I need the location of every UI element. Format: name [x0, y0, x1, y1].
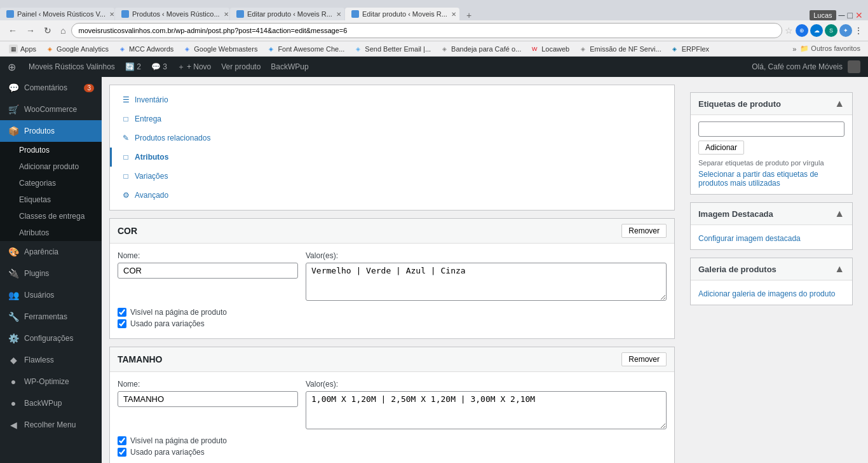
bookmark-emissao[interactable]: ◈ Emissão de NF Servi... [574, 43, 665, 55]
sidebar-submenu-adicionar[interactable]: Adicionar produto [0, 158, 102, 175]
bookmark-locaweb-label: Locaweb [541, 45, 569, 53]
attr-cor-visible-checkbox[interactable] [118, 308, 126, 317]
attr-tamanho-remove-btn[interactable]: Remover [621, 352, 667, 366]
sidebar-label-usuarios: Usuários [24, 291, 54, 300]
sidebar-item-backwpup[interactable]: ● BackWPup [0, 392, 102, 414]
sidebar-item-recolher[interactable]: ◀ Recolher Menu [0, 414, 102, 436]
etiquetas-input[interactable] [698, 121, 844, 137]
locaweb-favicon: W [530, 45, 539, 53]
attr-tamanho-variations-row: Usado para variações [118, 448, 667, 457]
bookmark-analytics[interactable]: ◈ Google Analytics [41, 43, 112, 55]
bookmark-adwords[interactable]: ◈ MCC Adwords [114, 43, 177, 55]
sidebar-submenu-etiquetas[interactable]: Etiquetas [0, 191, 102, 208]
browser-tab-2[interactable]: Produtos ‹ Moveis Rústico... ✕ [115, 8, 229, 20]
entrega-icon: □ [121, 114, 131, 124]
bookmark-fontawesome[interactable]: ◈ Font Awesome Che... [262, 43, 348, 55]
attr-cor-variations-checkbox[interactable] [118, 319, 126, 328]
attr-cor-name-input[interactable] [118, 263, 298, 279]
attr-tamanho-name-input[interactable] [118, 391, 298, 407]
subnav-entrega[interactable]: □ Entrega [110, 109, 674, 128]
sidebar-submenu-atributos[interactable]: Atributos [0, 225, 102, 241]
sidebar-item-flawless[interactable]: ◆ Flawless [0, 349, 102, 371]
comentarios-icon: 💬 [8, 82, 19, 93]
forward-btn[interactable]: → [23, 24, 38, 37]
adwords-favicon: ◈ [118, 45, 126, 53]
new-tab-btn[interactable]: + [460, 10, 478, 20]
adminbar-backwpup[interactable]: BackWPup [271, 62, 308, 71]
sidebar-item-produtos[interactable]: 📦 Produtos [0, 120, 102, 142]
tab-close-4[interactable]: ✕ [451, 11, 456, 18]
subnav-variacoes[interactable]: □ Variações [110, 167, 674, 186]
home-btn[interactable]: ⌂ [57, 24, 69, 37]
browser-tab-1[interactable]: Painel ‹ Moveis Rústicos V... ✕ [0, 8, 114, 20]
attr-tamanho-variations-checkbox[interactable] [118, 448, 126, 457]
tab-title-2: Produtos ‹ Moveis Rústico... [132, 10, 220, 18]
bookmark-apps[interactable]: ▦ Apps [5, 43, 40, 55]
attr-cor-row: Nome: Valor(es): Vermelho | Verde | Azul… [118, 251, 667, 303]
attr-tamanho-visible-checkbox[interactable] [118, 436, 126, 445]
attr-cor-name-col: Nome: [118, 251, 298, 303]
attr-cor-remove-btn[interactable]: Remover [621, 224, 667, 238]
adminbar-comments[interactable]: 💬 3 [151, 62, 167, 71]
sidebar-item-aparencia[interactable]: 🎨 Aparência [0, 241, 102, 263]
bookmarks-bar: ▦ Apps ◈ Google Analytics ◈ MCC Adwords … [0, 41, 868, 57]
sidebar-submenu-classes[interactable]: Classes de entrega [0, 208, 102, 225]
metabox-galeria: Galeria de produtos ▲ Adicionar galeria … [690, 258, 853, 305]
imagem-configurar-link[interactable]: Configurar imagem destacada [698, 234, 844, 243]
browser-tab-4[interactable]: Editar produto ‹ Moveis R... ✕ [345, 8, 459, 20]
sidebar-item-comentarios[interactable]: 💬 Comentários 3 [0, 77, 102, 99]
updates-icon: 🔄 [125, 62, 135, 71]
subnav-inventario-label: Inventário [135, 95, 168, 104]
tab-title-1: Painel ‹ Moveis Rústicos V... [17, 10, 105, 18]
subnav-inventario[interactable]: ☰ Inventário [110, 90, 674, 109]
bookmark-erpflex[interactable]: ◈ ERPFlex [667, 43, 713, 55]
etiquetas-select-link[interactable]: Selecionar a partir das etiquetas de pro… [698, 170, 844, 188]
maximize-btn[interactable]: □ [848, 10, 853, 20]
bookmarks-more[interactable]: » [792, 45, 796, 53]
minimize-btn[interactable]: ─ [839, 10, 845, 20]
main-left: ☰ Inventário □ Entrega ✎ Produtos relaci… [109, 85, 675, 463]
tab-close-2[interactable]: ✕ [224, 11, 229, 18]
sidebar-submenu-produtos-list[interactable]: Produtos [0, 142, 102, 158]
sidebar-item-ferramentas[interactable]: 🔧 Ferramentas [0, 306, 102, 328]
etiquetas-adicionar-btn[interactable]: Adicionar [698, 141, 744, 155]
tab-close-1[interactable]: ✕ [109, 11, 114, 18]
galeria-adicionar-link[interactable]: Adicionar galeria de imagens do produto [698, 289, 844, 298]
bookmark-star-icon[interactable]: ☆ [785, 25, 793, 36]
bookmark-webmasters[interactable]: ◈ Google Webmasters [179, 43, 261, 55]
sidebar-item-configuracoes[interactable]: ⚙️ Configurações [0, 328, 102, 349]
adminbar-view-product[interactable]: Ver produto [221, 62, 261, 71]
close-btn[interactable]: ✕ [855, 10, 863, 20]
subnav-relacionados[interactable]: ✎ Produtos relacionados [110, 128, 674, 148]
more-btn[interactable]: ⋮ [854, 25, 863, 36]
sidebar-label-flawless: Flawless [24, 356, 54, 364]
metabox-etiquetas-body: Adicionar Separar etiquetas de produto p… [691, 115, 852, 194]
address-bar[interactable] [71, 23, 782, 38]
adminbar-updates[interactable]: 🔄 2 [125, 62, 141, 71]
sidebar-item-usuarios[interactable]: 👥 Usuários [0, 284, 102, 306]
tab-close-3[interactable]: ✕ [336, 11, 341, 18]
sidebar-item-plugins[interactable]: 🔌 Plugins [0, 263, 102, 284]
attribute-tamanho-section: TAMANHO Remover Nome: Valor(es): [109, 347, 675, 463]
bookmark-locaweb[interactable]: W Locaweb [526, 43, 573, 55]
backwpup-icon: ● [8, 397, 19, 409]
sidebar-item-woocommerce[interactable]: 🛒 WooCommerce [0, 99, 102, 120]
attr-tamanho-values-textarea[interactable]: 1,00M X 1,20M | 2,50M X 1,20M | 3,00M X … [306, 391, 667, 429]
back-btn[interactable]: ← [5, 24, 20, 37]
bookmark-apps-label: Apps [20, 45, 36, 53]
reload-btn[interactable]: ↻ [41, 24, 55, 37]
subnav-avancado[interactable]: ⚙ Avançado [110, 186, 674, 205]
sidebar-item-wpoptimize[interactable]: ● WP-Optimize [0, 371, 102, 392]
configuracoes-icon: ⚙️ [8, 333, 19, 344]
subnav-atributos[interactable]: □ Atributos [110, 148, 674, 167]
tab-favicon-2 [121, 10, 129, 18]
sidebar-submenu-categorias[interactable]: Categorias [0, 175, 102, 191]
wp-logo[interactable]: ⊕ [8, 61, 16, 73]
bookmark-sendbetter[interactable]: ◈ Send Better Email |... [349, 43, 435, 55]
adminbar-new[interactable]: ＋ + Novo [177, 62, 211, 73]
browser-tab-3[interactable]: Editar produto ‹ Moveis R... ✕ [230, 8, 344, 20]
bookmark-bandeja[interactable]: ◈ Bandeja para Café o... [436, 43, 525, 55]
adminbar-site-name[interactable]: Moveis Rústicos Valinhos [29, 62, 115, 71]
attr-cor-values-textarea[interactable]: Vermelho | Verde | Azul | Cinza [306, 263, 667, 301]
other-favorites[interactable]: 📁 Outros favoritos [797, 45, 863, 53]
